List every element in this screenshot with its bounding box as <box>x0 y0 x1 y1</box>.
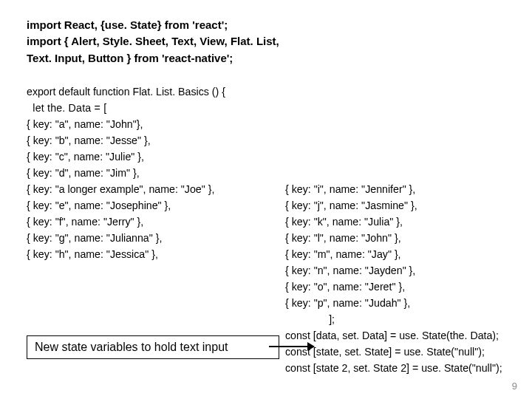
code-line: { key: "k", name: "Julia" }, <box>285 214 502 230</box>
code-top-block: import React, {use. State} from 'react';… <box>27 18 505 66</box>
caption-text: New state variables to hold text input <box>35 341 228 353</box>
code-line: export default function Flat. List. Basi… <box>27 83 505 100</box>
arrow-icon <box>269 346 313 347</box>
caption-box: New state variables to hold text input <box>27 335 279 359</box>
code-line: { key: "a", name: "John"}, <box>27 116 505 132</box>
code-line: ]; <box>285 311 502 327</box>
slide: import React, {use. State} from 'react';… <box>0 0 532 399</box>
code-line: { key: "j", name: "Jasmine" }, <box>285 197 502 214</box>
code-line: { key: "p", name: "Judah" }, <box>285 295 502 311</box>
code-line: { key: "b", name: "Jesse" }, <box>27 132 505 149</box>
code-line: { key: "d", name: "Jim" }, <box>27 165 505 181</box>
code-line: Text. Input, Button } from 'react-native… <box>27 51 505 66</box>
code-line: import React, {use. State} from 'react'; <box>27 18 505 33</box>
code-line: const [data, set. Data] = use. State(the… <box>285 327 502 344</box>
code-line: { key: "l", name: "John" }, <box>285 230 502 246</box>
code-line: { key: "c", name: "Julie" }, <box>27 149 505 165</box>
code-line: { key: "m", name: "Jay" }, <box>285 246 502 262</box>
code-line: import { Alert, Style. Sheet, Text, View… <box>27 34 505 49</box>
code-line: { key: "o", name: "Jeret" }, <box>285 279 502 295</box>
code-line: const [state, set. State] = use. State("… <box>285 344 502 360</box>
code-right-block: { key: "i", name: "Jennifer" }, { key: "… <box>285 181 502 376</box>
code-line: { key: "n", name: "Jayden" }, <box>285 262 502 279</box>
page-number: 9 <box>512 381 517 392</box>
code-line: const [state 2, set. State 2] = use. Sta… <box>285 360 502 376</box>
code-line: let the. Data = [ <box>27 100 505 116</box>
code-line: { key: "i", name: "Jennifer" }, <box>285 181 502 197</box>
